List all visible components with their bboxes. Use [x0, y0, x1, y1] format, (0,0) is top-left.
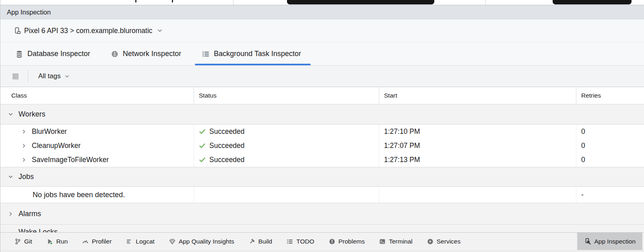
all-tags-dropdown[interactable]: All tags: [38, 72, 70, 80]
worker-start: 1:27:10 PM: [384, 127, 420, 136]
worker-row-blurworker[interactable]: BlurWorker Succeeded 1:27:10 PM 0: [0, 125, 644, 139]
worker-retries: 0: [581, 142, 585, 150]
panel-title: App Inspection: [7, 8, 51, 16]
toolwindow-logcat[interactable]: Logcat: [122, 233, 159, 250]
group-row-workers[interactable]: Workers: [0, 104, 644, 125]
worker-retries: 0: [581, 127, 585, 136]
toolwindow-label: Terminal: [389, 238, 413, 245]
no-jobs-row: No jobs have been detected. -: [0, 187, 644, 203]
terminal-icon: [379, 238, 386, 245]
group-label: Alarms: [19, 210, 41, 218]
toolwindow-problems[interactable]: Problems: [324, 233, 369, 250]
toolbar-separator: [28, 70, 28, 82]
toolwindow-profiler[interactable]: Profiler: [78, 233, 116, 250]
tab-database-inspector[interactable]: Database Inspector: [16, 42, 90, 65]
toolwindow-label: TODO: [296, 238, 314, 245]
chevron-collapsed-icon[interactable]: [8, 211, 13, 217]
todo-list-icon: [287, 238, 293, 245]
no-jobs-retries: -: [581, 191, 584, 199]
column-header-start[interactable]: Start: [379, 87, 576, 104]
exclamation-circle-icon: [329, 238, 335, 245]
scrollbar-remnant: [553, 0, 632, 4]
worker-class: BlurWorker: [32, 127, 67, 136]
group-label: Wake Locks: [19, 228, 58, 232]
column-header-status[interactable]: Status: [194, 87, 379, 104]
globe-icon: [111, 50, 118, 58]
task-list-icon: [202, 50, 209, 58]
filter-toolbar: All tags: [0, 66, 644, 87]
device-bar: Pixel 6 API 33 > com.example.bluromatic: [0, 19, 644, 42]
stop-inspector-button[interactable]: [12, 73, 19, 79]
column-header-retries[interactable]: Retries: [576, 87, 644, 104]
worker-start: 1:27:13 PM: [384, 156, 420, 164]
toolwindow-label: Run: [56, 238, 68, 245]
worker-class: CleanupWorker: [32, 142, 80, 150]
tab-network-inspector[interactable]: Network Inspector: [111, 42, 181, 65]
toolwindow-todo[interactable]: TODO: [282, 233, 319, 250]
success-check-icon: [199, 156, 206, 163]
tab-label: Background Task Inspector: [214, 50, 301, 58]
toolwindow-label: Build: [258, 238, 272, 245]
hammer-icon: [249, 238, 255, 245]
no-jobs-message: No jobs have been detected.: [33, 191, 125, 199]
logcat-lines-icon: [126, 238, 132, 245]
chevron-down-icon: [64, 74, 70, 79]
chevron-expanded-icon[interactable]: [8, 174, 13, 179]
git-branch-icon: [14, 238, 21, 245]
scrollbar-remnant: [287, 0, 434, 4]
toolwindow-git[interactable]: Git: [10, 233, 37, 250]
toolwindow-app-quality-insights[interactable]: App Quality Insights: [165, 233, 239, 250]
chevron-collapsed-icon[interactable]: [21, 129, 27, 134]
tab-label: Network Inspector: [123, 50, 181, 58]
text-remnant: [172, 0, 173, 2]
profiler-gauge-icon: [82, 238, 89, 245]
text-remnant: [135, 0, 136, 2]
worker-status: Succeeded: [209, 127, 245, 136]
toolwindow-app-inspection[interactable]: App Inspection: [577, 233, 642, 250]
chevron-expanded-icon[interactable]: [8, 112, 13, 117]
worker-start: 1:27:07 PM: [384, 142, 420, 150]
all-tags-label: All tags: [38, 72, 61, 80]
toolwindow-label: Services: [437, 238, 460, 245]
gem-icon: [169, 238, 175, 245]
worker-row-cleanupworker[interactable]: CleanupWorker Succeeded 1:27:07 PM 0: [0, 139, 644, 153]
device-process-selector[interactable]: Pixel 6 API 33 > com.example.bluromatic: [14, 27, 163, 35]
toolwindow-label: App Inspection: [594, 238, 636, 245]
group-label: Workers: [19, 110, 45, 119]
divider: [485, 0, 486, 5]
worker-status: Succeeded: [209, 156, 245, 164]
phone-device-icon: [14, 27, 21, 35]
worker-status: Succeeded: [209, 142, 245, 150]
bottom-edge-strip: [0, 250, 644, 252]
toolwindow-label: Logcat: [136, 238, 155, 245]
app-inspection-icon: [584, 238, 591, 245]
workers-rows: BlurWorker Succeeded 1:27:10 PM 0 Cle: [0, 125, 644, 167]
tab-background-task-inspector[interactable]: Background Task Inspector: [202, 42, 301, 65]
group-row-alarms[interactable]: Alarms: [0, 203, 644, 225]
group-row-wakelocks-partial[interactable]: Wake Locks: [0, 225, 644, 232]
editor-remnant-strip: [0, 0, 644, 5]
database-icon: [16, 50, 23, 58]
table-header: Class Status Start Retries: [0, 87, 644, 104]
toolwindow-label: Problems: [339, 238, 365, 245]
tool-window-bar: Git Run Profiler Logcat App Quality Insi…: [0, 232, 644, 250]
toolwindow-label: Git: [24, 238, 32, 245]
toolwindow-terminal[interactable]: Terminal: [375, 233, 417, 250]
chevron-collapsed-icon[interactable]: [21, 143, 27, 148]
toolwindow-label: Profiler: [92, 238, 111, 245]
toolwindow-build[interactable]: Build: [244, 233, 277, 250]
worker-row-saveimagetofileworker[interactable]: SaveImageToFileWorker Succeeded 1:27:13 …: [0, 153, 644, 167]
services-play-icon: [427, 238, 433, 245]
toolwindow-run[interactable]: Run: [42, 233, 72, 250]
run-play-icon: [47, 238, 53, 245]
chevron-collapsed-icon[interactable]: [21, 157, 27, 162]
group-row-jobs[interactable]: Jobs: [0, 167, 644, 187]
toolwindow-services[interactable]: Services: [423, 233, 465, 250]
worker-retries: 0: [581, 156, 585, 164]
device-process-label: Pixel 6 API 33 > com.example.bluromatic: [24, 27, 153, 35]
column-header-class[interactable]: Class: [0, 87, 194, 104]
divider: [233, 0, 233, 5]
worker-class: SaveImageToFileWorker: [32, 156, 109, 164]
group-label: Jobs: [19, 173, 34, 181]
success-check-icon: [199, 142, 206, 149]
